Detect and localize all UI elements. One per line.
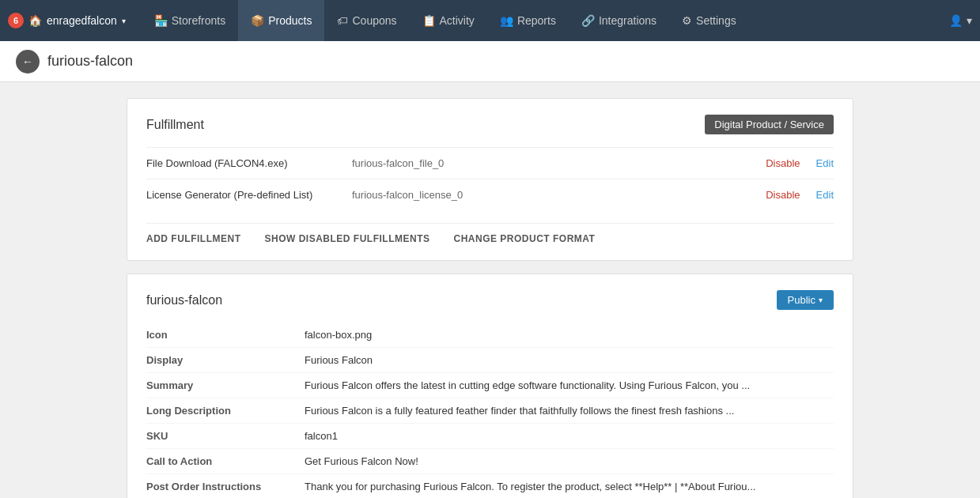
visibility-label: Public (788, 294, 815, 306)
chevron-down-icon: ▾ (122, 17, 126, 25)
info-label-call-to-action: Call to Action (146, 455, 305, 467)
nav-menu: 🏪 Storefronts 📦 Products 🏷 Coupons 📋 Act… (142, 0, 949, 41)
change-product-format-button[interactable]: CHANGE PRODUCT FORMAT (453, 233, 595, 244)
show-disabled-fulfillments-button[interactable]: SHOW DISABLED FULFILLMENTS (264, 233, 429, 244)
coupons-icon: 🏷 (337, 14, 348, 27)
info-label-summary: Summary (146, 379, 305, 391)
info-value-sku: falcon1 (305, 430, 834, 442)
product-card-header: furious-falcon Public ▾ (146, 290, 834, 310)
back-button[interactable]: ← (16, 50, 40, 74)
storefronts-icon: 🏪 (154, 14, 168, 27)
info-value-icon: falcon-box.png (305, 329, 834, 341)
nav-label-integrations: Integrations (599, 14, 656, 27)
products-icon: 📦 (251, 14, 264, 27)
brand-label: enragedfalcon (47, 14, 117, 27)
info-row-summary: Summary Furious Falcon offers the latest… (146, 373, 834, 398)
fulfillment-card: Fulfillment Digital Product / Service Fi… (127, 98, 853, 261)
product-info-card: furious-falcon Public ▾ Icon falcon-box.… (127, 274, 853, 498)
fulfillment-name-1: License Generator (Pre-defined List) (146, 189, 352, 201)
caret-icon: ▾ (819, 296, 823, 304)
back-icon: ← (22, 55, 33, 68)
nav-label-reports: Reports (517, 14, 556, 27)
visibility-button[interactable]: Public ▾ (777, 290, 834, 310)
navbar: 6 🏠 enragedfalcon ▾ 🏪 Storefronts 📦 Prod… (0, 0, 980, 41)
info-row-display: Display Furious Falcon (146, 348, 834, 373)
info-value-display: Furious Falcon (305, 354, 834, 366)
add-fulfillment-button[interactable]: ADD FULFILLMENT (146, 233, 240, 244)
info-row-long-description: Long Description Furious Falcon is a ful… (146, 398, 834, 424)
reports-icon: 👥 (500, 14, 513, 27)
user-icon: 👤 (949, 14, 963, 27)
nav-label-settings: Settings (696, 14, 736, 27)
user-chevron-icon: ▾ (967, 14, 972, 27)
fulfillment-card-header: Fulfillment Digital Product / Service (146, 115, 834, 134)
info-label-post-order: Post Order Instructions (146, 481, 305, 492)
fulfillment-id-0: furious-falcon_file_0 (352, 157, 766, 169)
page-title: furious-falcon (47, 53, 133, 70)
fulfillment-actions: ADD FULFILLMENT SHOW DISABLED FULFILLMEN… (146, 223, 834, 244)
fulfillment-badge: Digital Product / Service (705, 115, 834, 134)
fulfillment-disable-0[interactable]: Disable (766, 157, 800, 169)
fulfillment-title: Fulfillment (146, 118, 204, 132)
info-row-sku: SKU falcon1 (146, 424, 834, 449)
settings-icon: ⚙ (682, 14, 692, 27)
nav-item-reports[interactable]: 👥 Reports (487, 0, 569, 41)
nav-item-storefronts[interactable]: 🏪 Storefronts (142, 0, 238, 41)
user-menu[interactable]: 👤 ▾ (949, 14, 972, 27)
nav-item-coupons[interactable]: 🏷 Coupons (324, 0, 409, 41)
nav-label-storefronts: Storefronts (172, 14, 225, 27)
info-row-icon: Icon falcon-box.png (146, 323, 834, 348)
info-label-icon: Icon (146, 329, 305, 341)
activity-icon: 📋 (422, 14, 436, 27)
nav-item-settings[interactable]: ⚙ Settings (669, 0, 749, 41)
nav-label-coupons: Coupons (352, 14, 396, 27)
info-value-post-order: Thank you for purchasing Furious Falcon.… (305, 481, 834, 492)
brand[interactable]: enragedfalcon ▾ (47, 14, 126, 27)
nav-label-products: Products (268, 14, 312, 27)
info-row-post-order: Post Order Instructions Thank you for pu… (146, 474, 834, 498)
info-value-long-description: Furious Falcon is a fully featured feath… (305, 405, 834, 417)
nav-item-products[interactable]: 📦 Products (238, 0, 324, 41)
fulfillment-id-1: furious-falcon_license_0 (352, 189, 766, 201)
notification-badge[interactable]: 6 (8, 13, 24, 28)
nav-item-integrations[interactable]: 🔗 Integrations (569, 0, 669, 41)
info-label-sku: SKU (146, 430, 305, 442)
nav-item-activity[interactable]: 📋 Activity (410, 0, 487, 41)
fulfillment-edit-1[interactable]: Edit (816, 189, 834, 201)
product-info-table: Icon falcon-box.png Display Furious Falc… (146, 323, 834, 498)
breadcrumb-bar: ← furious-falcon (0, 41, 980, 82)
home-icon[interactable]: 🏠 (28, 14, 42, 27)
fulfillment-name-0: File Download (FALCON4.exe) (146, 157, 352, 169)
nav-label-activity: Activity (440, 14, 475, 27)
integrations-icon: 🔗 (581, 14, 595, 27)
product-name: furious-falcon (146, 293, 222, 307)
info-label-display: Display (146, 354, 305, 366)
info-value-summary: Furious Falcon offers the latest in cutt… (305, 379, 834, 391)
info-label-long-description: Long Description (146, 405, 305, 417)
fulfillment-edit-0[interactable]: Edit (816, 157, 834, 169)
info-row-call-to-action: Call to Action Get Furious Falcon Now! (146, 449, 834, 474)
main-content: Fulfillment Digital Product / Service Fi… (0, 82, 980, 498)
fulfillment-row-1: License Generator (Pre-defined List) fur… (146, 179, 834, 210)
fulfillment-disable-1[interactable]: Disable (766, 189, 800, 201)
fulfillment-row-0: File Download (FALCON4.exe) furious-falc… (146, 147, 834, 179)
info-value-call-to-action: Get Furious Falcon Now! (305, 455, 834, 467)
